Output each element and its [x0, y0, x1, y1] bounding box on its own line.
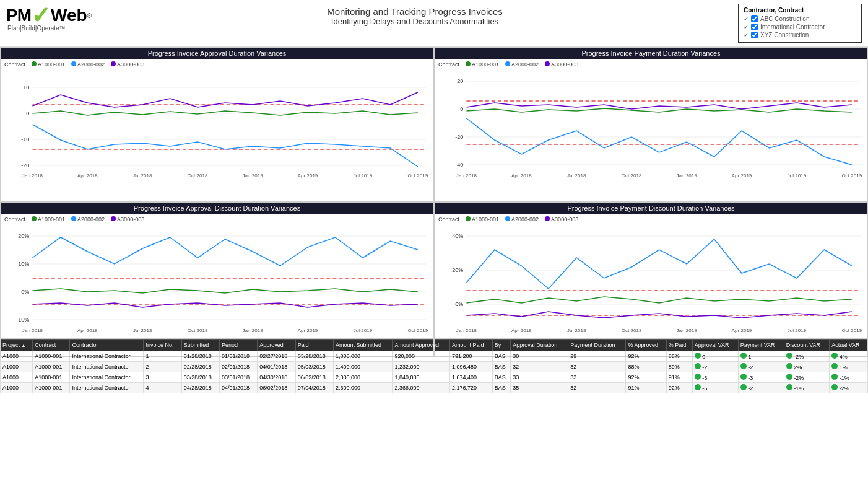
chart-approval-discount-content: Contract A1000-001 A2000-002 A3000-003 2… — [1, 214, 433, 356]
filter-checkbox-xyz[interactable] — [751, 32, 758, 38]
charts-grid: Progress Invoice Approval Duration Varia… — [0, 47, 868, 338]
svg-text:Apr 2019: Apr 2019 — [732, 328, 752, 333]
legend-a1000: A1000-001 — [32, 61, 65, 68]
cell-invoice-no: 4 — [144, 383, 181, 393]
filter-item-intl[interactable]: ✓ International Contractor — [744, 24, 856, 30]
svg-text:Jul 2018: Jul 2018 — [567, 173, 586, 178]
svg-text:Jan 2018: Jan 2018 — [456, 173, 477, 178]
page-title-sub: Identifying Delays and Discounts Abnorma… — [92, 17, 738, 26]
cell-approved: 04/01/2018 — [258, 362, 295, 372]
chart-approval-duration-legend: Contract A1000-001 A2000-002 A3000-003 — [4, 61, 430, 68]
legend-contract-label4: Contract — [438, 216, 459, 222]
cell-by: BAS — [492, 372, 510, 383]
cell-payment-duration: 32 — [568, 362, 626, 372]
legend-a3000: A3000-003 — [111, 61, 144, 68]
chart-payment-discount-legend: Contract A1000-001 A2000-002 A3000-003 — [438, 216, 864, 222]
cell-approval-var: -2 — [692, 362, 738, 372]
svg-text:0%: 0% — [21, 289, 29, 295]
cell-submitted: 03/28/2018 — [181, 372, 219, 383]
logo: PM ✓ Web ® — [6, 4, 92, 27]
svg-text:20%: 20% — [18, 233, 29, 239]
svg-text:Apr 2018: Apr 2018 — [77, 173, 98, 178]
svg-text:Jan 2019: Jan 2019 — [242, 173, 263, 178]
charts-container: Progress Invoice Approval Duration Varia… — [0, 47, 868, 338]
cell-by: BAS — [492, 362, 510, 372]
legend-a2000-3: A2000-002 — [71, 216, 105, 222]
chart-payment-duration-content: Contract A1000-001 A2000-002 A3000-003 2… — [435, 59, 867, 201]
chart-payment-discount-svg: 40% 20% 0% Jan 2018 Apr 2018 Jul 2018 Oc… — [438, 224, 864, 335]
chart-approval-svg: 10 0 -10 -20 Jan 2018 Apr 2018 Jul 2018 … — [4, 69, 430, 180]
svg-text:-40: -40 — [455, 162, 463, 168]
cell-pct-approved: 88% — [626, 362, 666, 372]
logo-area: PM ✓ Web ® Plan|Build|Operate™ — [6, 4, 92, 32]
filter-item-abc[interactable]: ✓ ABC Construction — [744, 15, 856, 22]
chart-approval-discount: Progress Invoice Approval Discount Durat… — [0, 202, 434, 357]
cell-amount-submitted: 2,600,000 — [333, 383, 392, 393]
cell-submitted: 02/28/2018 — [181, 362, 219, 372]
filter-checkbox-intl[interactable] — [751, 24, 758, 30]
cell-discount-var: -1% — [784, 383, 829, 393]
svg-text:Apr 2019: Apr 2019 — [298, 328, 318, 333]
svg-text:-10%: -10% — [16, 317, 29, 323]
filter-item-xyz[interactable]: ✓ XYZ Construction — [744, 32, 856, 38]
cell-period: 02/01/2018 — [220, 362, 258, 372]
svg-text:Apr 2018: Apr 2018 — [77, 328, 98, 333]
chart-approval-duration-content: Contract A1000-001 A2000-002 A3000-003 1 — [1, 59, 433, 201]
cell-approval-duration: 32 — [511, 362, 568, 372]
cell-amount-approved: 1,232,000 — [393, 362, 450, 372]
chart-payment-discount-title: Progress Invoice Payment Discount Durati… — [435, 203, 867, 214]
cell-pct-approved: 91% — [626, 383, 666, 393]
legend-contract-label: Contract — [4, 61, 25, 68]
filter-label-abc: ABC Construction — [760, 15, 809, 22]
cell-approved: 04/30/2018 — [258, 372, 295, 383]
cell-pct-approved: 92% — [626, 372, 666, 383]
svg-text:Jul 2019: Jul 2019 — [354, 173, 373, 178]
chart-payment-svg: 20 0 -20 -40 Jan 2018 Apr 2018 Jul 2018 … — [438, 69, 864, 180]
svg-text:Apr 2018: Apr 2018 — [511, 328, 532, 333]
svg-text:Apr 2019: Apr 2019 — [732, 173, 752, 178]
cell-approval-duration: 35 — [511, 383, 568, 393]
svg-text:Jul 2018: Jul 2018 — [133, 328, 152, 333]
cell-amount-paid: 1,096,480 — [449, 362, 492, 372]
cell-amount-paid: 2,176,720 — [449, 383, 492, 393]
page-header: PM ✓ Web ® Plan|Build|Operate™ Monitorin… — [0, 0, 868, 47]
legend-a3000-4: A3000-003 — [545, 216, 578, 222]
cell-period: 03/01/2018 — [220, 372, 258, 383]
svg-text:Jan 2018: Jan 2018 — [456, 328, 477, 333]
cell-project: A1000 — [1, 362, 33, 372]
cell-amount-submitted: 1,400,000 — [333, 362, 392, 372]
cell-invoice-no: 3 — [144, 372, 181, 383]
cell-approval-var: -5 — [692, 383, 738, 393]
legend-a1000-2: A1000-001 — [466, 61, 499, 68]
legend-contract-label2: Contract — [438, 61, 459, 68]
filter-check-intl: ✓ — [744, 24, 749, 30]
cell-approved: 06/02/2018 — [258, 383, 295, 393]
legend-contract-label3: Contract — [4, 216, 25, 222]
cell-contract: A1000-001 — [33, 383, 70, 393]
svg-text:Jul 2018: Jul 2018 — [567, 328, 586, 333]
cell-approval-duration: 33 — [511, 372, 568, 383]
chart-payment-duration-title: Progress Invoice Payment Duration Varian… — [435, 48, 867, 59]
svg-text:10%: 10% — [18, 261, 29, 267]
svg-text:0: 0 — [26, 110, 29, 116]
filter-checkbox-abc[interactable] — [751, 15, 758, 22]
cell-actual-var: -2% — [830, 383, 868, 393]
svg-text:Jul 2019: Jul 2019 — [354, 328, 373, 333]
cell-payment-var: -2 — [738, 383, 784, 393]
legend-a2000-4: A2000-002 — [505, 216, 539, 222]
filter-label-intl: International Contractor — [760, 24, 825, 30]
cell-period: 04/01/2018 — [220, 383, 258, 393]
cell-payment-var: -3 — [738, 372, 784, 383]
chart-approval-duration-title: Progress Invoice Approval Duration Varia… — [1, 48, 433, 59]
filter-check-xyz: ✓ — [744, 32, 749, 38]
svg-text:Oct 2018: Oct 2018 — [622, 173, 642, 178]
title-area: Monitoring and Tracking Progress Invoice… — [92, 4, 738, 26]
cell-contract: A1000-001 — [33, 372, 70, 383]
legend-a2000: A2000-002 — [71, 61, 105, 68]
svg-text:20: 20 — [457, 78, 463, 84]
cell-actual-var: -1% — [830, 372, 868, 383]
cell-paid: 06/02/2018 — [295, 372, 333, 383]
cell-paid: 05/03/2018 — [295, 362, 333, 372]
svg-text:Jul 2019: Jul 2019 — [788, 173, 807, 178]
svg-text:0: 0 — [460, 106, 463, 112]
